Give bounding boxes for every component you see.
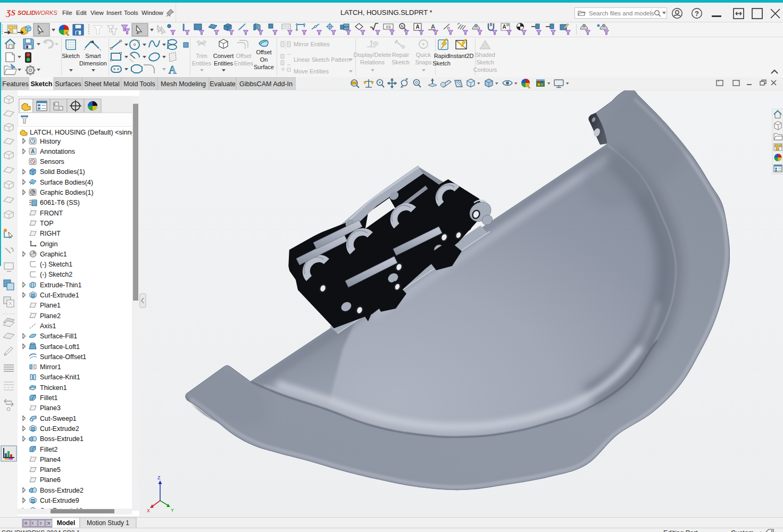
svg-text:Axis1: Axis1: [40, 322, 56, 330]
svg-text:Plane3: Plane3: [40, 404, 61, 412]
svg-text:Surface-Fill1: Surface-Fill1: [40, 332, 77, 340]
svg-text:Sheet Metal: Sheet Metal: [84, 80, 120, 88]
svg-text:Surface Bodies(4): Surface Bodies(4): [40, 179, 93, 186]
svg-text:Move Entities: Move Entities: [294, 68, 329, 74]
svg-text:Sketch: Sketch: [31, 80, 53, 88]
svg-text:Fillet1: Fillet1: [40, 394, 57, 402]
svg-text:Sketch: Sketch: [392, 59, 410, 65]
svg-text:Surfaces: Surfaces: [55, 80, 81, 88]
svg-text:Extrude-Thin1: Extrude-Thin1: [40, 281, 82, 289]
svg-text:Sketch: Sketch: [476, 59, 494, 65]
svg-text:Display/Delete: Display/Delete: [354, 52, 392, 58]
svg-text:Surface-Offset1: Surface-Offset1: [40, 353, 86, 361]
svg-text:Snaps: Snaps: [415, 59, 432, 65]
svg-text:Boss-Extrude1: Boss-Extrude1: [40, 435, 84, 443]
svg-text:?: ?: [695, 10, 699, 18]
svg-text:Dimension: Dimension: [79, 60, 107, 66]
svg-text:Features: Features: [2, 80, 28, 88]
svg-text:Repair: Repair: [392, 52, 410, 58]
svg-text:Shaded: Shaded: [475, 52, 495, 58]
svg-text:LATCH, HOUSING (Default) <sinn: LATCH, HOUSING (Default) <sinngle col: [30, 129, 139, 136]
svg-text:Y: Y: [171, 508, 174, 513]
svg-text:Trim: Trim: [196, 53, 207, 59]
svg-text:Entities: Entities: [234, 60, 254, 66]
svg-text:Mold Tools: Mold Tools: [123, 80, 155, 88]
svg-text:Cut-Extrude1: Cut-Extrude1: [40, 292, 79, 299]
svg-text:Boss-Extrude2: Boss-Extrude2: [40, 487, 84, 494]
svg-text:Evaluate: Evaluate: [210, 80, 236, 88]
svg-text:A: A: [431, 23, 435, 30]
svg-text:TOP: TOP: [40, 220, 53, 227]
svg-text:Quick: Quick: [416, 52, 431, 58]
svg-text:Entities: Entities: [192, 60, 212, 66]
svg-text:Mesh Modeling: Mesh Modeling: [161, 80, 206, 88]
svg-text:Cut-Sweep1: Cut-Sweep1: [40, 415, 77, 422]
svg-text:Convert: Convert: [213, 53, 234, 59]
svg-text:Plane1: Plane1: [40, 302, 61, 309]
svg-text:RIGHT: RIGHT: [40, 230, 61, 237]
svg-text:Sketch: Sketch: [432, 60, 451, 66]
svg-text:6061-T6 (SS): 6061-T6 (SS): [40, 199, 80, 206]
svg-text:Motion Study 1: Motion Study 1: [87, 519, 129, 527]
svg-text:Fillet2: Fillet2: [40, 446, 57, 453]
svg-text:Offset: Offset: [256, 49, 271, 55]
svg-text:03: 03: [386, 24, 391, 29]
svg-text:Surface-Loft1: Surface-Loft1: [40, 343, 80, 351]
svg-text:Annotations: Annotations: [40, 148, 75, 155]
svg-text:SOLID: SOLID: [18, 10, 36, 16]
svg-text:Surface-Knit1: Surface-Knit1: [40, 373, 80, 381]
svg-text:X: X: [147, 508, 150, 513]
svg-text:Z: Z: [157, 475, 161, 480]
svg-text:Offset: Offset: [236, 53, 251, 59]
svg-text:(-) Sketch2: (-) Sketch2: [40, 271, 72, 278]
svg-text:FRONT: FRONT: [40, 210, 63, 217]
svg-text:A: A: [31, 148, 35, 154]
svg-text:Rapid: Rapid: [434, 53, 449, 59]
svg-text:Graphic1: Graphic1: [40, 251, 67, 258]
svg-text:Thicken1: Thicken1: [40, 384, 67, 392]
svg-text:Linear Sketch Pattern: Linear Sketch Pattern: [294, 56, 350, 63]
svg-text:Plane2: Plane2: [40, 312, 61, 320]
svg-text:Origin: Origin: [40, 240, 57, 248]
svg-text:Plane4: Plane4: [40, 456, 61, 463]
svg-text:Mirror1: Mirror1: [40, 363, 61, 371]
svg-text:Contours: Contours: [473, 66, 497, 73]
svg-text:Mirror Entities: Mirror Entities: [294, 41, 330, 47]
svg-text:History: History: [40, 138, 61, 145]
svg-text:Model: Model: [57, 519, 76, 527]
svg-text:Plane6: Plane6: [40, 476, 61, 484]
svg-text:Cut-Extrude2: Cut-Extrude2: [40, 425, 79, 433]
svg-text:Smart: Smart: [85, 53, 101, 59]
svg-text:Plane5: Plane5: [40, 466, 61, 473]
svg-text:Instant2D: Instant2D: [448, 53, 473, 59]
svg-text:WORKS: WORKS: [35, 10, 57, 16]
svg-text:A: A: [168, 63, 177, 76]
svg-text:Surface: Surface: [254, 64, 274, 70]
svg-text:Sketch: Sketch: [62, 53, 80, 59]
svg-text:Cut-Extrude9: Cut-Extrude9: [40, 497, 79, 504]
svg-text:On: On: [260, 56, 268, 63]
svg-text:Graphic Bodies(1): Graphic Bodies(1): [40, 189, 94, 196]
svg-text:(-) Sketch1: (-) Sketch1: [40, 261, 72, 268]
svg-text:GibbsCAM Add-In: GibbsCAM Add-In: [239, 80, 293, 88]
svg-text:Solid Bodies(1): Solid Bodies(1): [40, 168, 85, 176]
svg-text:N: N: [401, 24, 403, 28]
svg-text:Entities: Entities: [214, 60, 234, 66]
svg-text:ƷS: ƷS: [6, 8, 15, 17]
svg-text:A: A: [415, 24, 419, 30]
svg-text:Relations: Relations: [360, 59, 385, 65]
svg-text:A: A: [502, 24, 506, 30]
svg-text:Sensors: Sensors: [40, 158, 64, 165]
